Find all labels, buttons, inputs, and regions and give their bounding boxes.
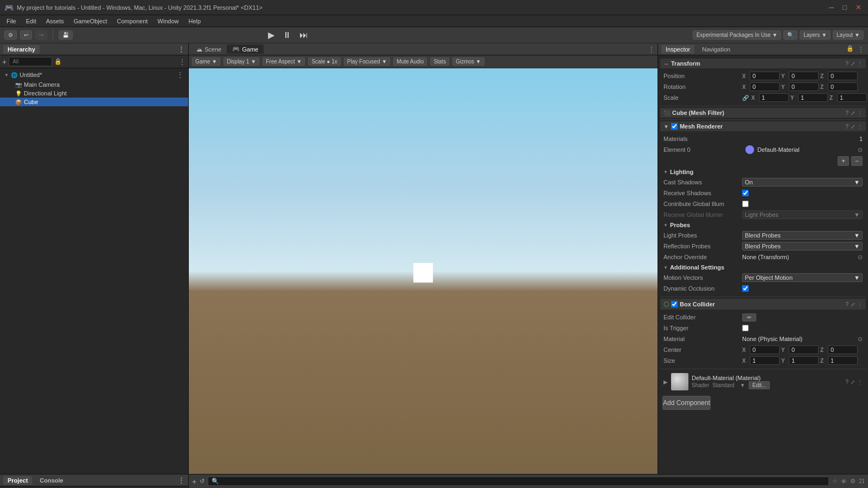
display-item[interactable]: Display 1 ▼	[224, 57, 259, 66]
material-expand[interactable]: ⤢	[851, 379, 855, 385]
center-z[interactable]	[828, 345, 858, 354]
proj-star-btn[interactable]: ☆	[832, 478, 838, 485]
hierarchy-item-main-camera[interactable]: 📷 Main Camera	[0, 80, 188, 89]
step-button[interactable]: ⏭	[296, 29, 311, 41]
box-collider-help[interactable]: ?	[845, 301, 848, 307]
element0-target[interactable]: ⊙	[858, 146, 863, 153]
proj-refresh-btn[interactable]: ↺	[200, 478, 205, 485]
light-probes-dropdown[interactable]: Blend Probes ▼	[742, 231, 863, 240]
mesh-renderer-header[interactable]: ▼ Mesh Renderer ? ⤢ ⋮	[660, 121, 866, 131]
rotation-y[interactable]	[789, 82, 819, 91]
material-help[interactable]: ?	[845, 379, 848, 385]
hierarchy-item-directional-light[interactable]: 💡 Directional Light	[0, 89, 188, 98]
transform-more[interactable]: ⋮	[857, 61, 863, 67]
proj-add-btn[interactable]: +	[192, 477, 196, 486]
menu-component[interactable]: Component	[112, 17, 152, 25]
menu-edit[interactable]: Edit	[22, 17, 41, 25]
box-collider-expand[interactable]: ⤢	[851, 301, 855, 307]
layout-btn[interactable]: Layout ▼	[833, 30, 864, 40]
size-y[interactable]	[789, 356, 819, 365]
play-button[interactable]: ▶	[265, 29, 278, 41]
navigation-tab[interactable]: Navigation	[698, 45, 735, 54]
mesh-renderer-enabled[interactable]	[671, 123, 678, 130]
proj-search-btn[interactable]: ⚙	[850, 478, 856, 485]
lighting-label[interactable]: ▼ Lighting	[660, 167, 866, 177]
scene-tab[interactable]: ⛰ Scene	[191, 45, 227, 54]
viewport-tabs-more[interactable]: ⋮	[648, 45, 655, 54]
aspect-item[interactable]: Free Aspect ▼	[263, 57, 305, 66]
box-collider-header[interactable]: ⬡ Box Collider ? ⤢ ⋮	[660, 299, 866, 310]
collider-material-target[interactable]: ⊙	[858, 336, 863, 343]
motion-vectors-dropdown[interactable]: Per Object Motion ▼	[742, 273, 863, 282]
receive-shadows-checkbox[interactable]	[742, 190, 749, 196]
gizmos-btn[interactable]: Gizmos ▼	[452, 57, 484, 66]
inspector-tab[interactable]: Inspector	[661, 45, 694, 54]
game-mode-item[interactable]: Game ▼	[192, 57, 220, 66]
menu-help[interactable]: Help	[184, 17, 205, 25]
scale-z[interactable]	[837, 93, 867, 102]
center-y[interactable]	[789, 345, 819, 354]
position-x[interactable]	[750, 72, 780, 80]
hierarchy-add-btn[interactable]: +	[2, 57, 7, 66]
anchor-override-target[interactable]: ⊙	[858, 254, 863, 261]
scale-y[interactable]	[798, 93, 828, 102]
maximize-button[interactable]: □	[840, 3, 849, 11]
rotation-x[interactable]	[750, 82, 780, 91]
hierarchy-item-untitled[interactable]: ▼ 🌐 Untitled* ⋮	[0, 69, 188, 80]
inspector-more[interactable]: ⋮	[857, 45, 865, 54]
position-z[interactable]	[828, 72, 858, 80]
add-material-btn[interactable]: +	[838, 156, 849, 166]
save-btn[interactable]: 💾	[59, 30, 73, 40]
cast-shadows-dropdown[interactable]: On ▼	[742, 178, 863, 187]
add-component-button[interactable]: Add Component	[662, 396, 711, 410]
probes-label[interactable]: ▼ Probes	[660, 220, 866, 230]
transform-expand[interactable]: ⤢	[851, 61, 855, 67]
material-more[interactable]: ⋮	[857, 379, 863, 385]
size-x[interactable]	[750, 356, 780, 365]
project-more[interactable]: ⋮	[177, 476, 185, 485]
material-edit-btn[interactable]: Edit...	[749, 381, 770, 389]
pause-button[interactable]: ⏸	[279, 29, 295, 41]
game-tab[interactable]: 🎮 Game	[227, 44, 264, 54]
menu-assets[interactable]: Assets	[42, 17, 68, 25]
mesh-renderer-expand[interactable]: ⤢	[851, 124, 855, 130]
minimize-button[interactable]: ─	[827, 3, 836, 11]
layers-btn[interactable]: Layers ▼	[800, 30, 831, 40]
is-trigger-checkbox[interactable]	[742, 325, 749, 331]
project-search-input[interactable]	[219, 478, 825, 484]
box-collider-more[interactable]: ⋮	[857, 301, 863, 307]
stats-btn[interactable]: Stats	[430, 57, 449, 66]
hierarchy-tab[interactable]: Hierarchy	[3, 45, 40, 54]
play-focused-item[interactable]: Play Focused ▼	[344, 57, 391, 66]
unity-logo-btn[interactable]: ⚙	[4, 30, 17, 40]
mesh-filter-more[interactable]: ⋮	[857, 110, 863, 116]
mesh-renderer-help[interactable]: ?	[845, 124, 848, 130]
mesh-filter-expand[interactable]: ⤢	[851, 110, 855, 116]
additional-settings-label[interactable]: ▼ Additional Settings	[660, 262, 866, 272]
dynamic-occlusion-checkbox[interactable]	[742, 285, 749, 292]
center-x[interactable]	[750, 345, 780, 354]
size-z[interactable]	[828, 356, 858, 365]
close-button[interactable]: ✕	[853, 3, 864, 11]
search-btn[interactable]: 🔍	[783, 30, 797, 40]
mesh-filter-header[interactable]: ⬛ Cube (Mesh Filter) ? ⤢ ⋮	[660, 108, 866, 118]
mute-audio-btn[interactable]: Mute Audio	[393, 57, 427, 66]
undo-btn[interactable]: ↩	[20, 30, 32, 40]
project-tab[interactable]: Project	[3, 476, 32, 485]
edit-collider-btn[interactable]: ✏	[742, 313, 756, 322]
redo-btn[interactable]: ↪	[35, 30, 47, 40]
mesh-filter-help[interactable]: ?	[845, 110, 848, 116]
transform-help[interactable]: ?	[845, 61, 848, 67]
transform-header[interactable]: ↔ Transform ? ⤢ ⋮	[660, 59, 866, 68]
mesh-renderer-more[interactable]: ⋮	[857, 124, 863, 130]
hierarchy-more[interactable]: ⋮	[178, 57, 186, 66]
position-y[interactable]	[789, 72, 819, 80]
reflection-probes-dropdown[interactable]: Blend Probes ▼	[742, 242, 863, 251]
box-collider-enabled[interactable]	[671, 301, 678, 307]
hierarchy-search[interactable]	[9, 57, 52, 66]
inspector-lock-icon[interactable]: 🔒	[846, 45, 854, 54]
console-tab[interactable]: Console	[35, 476, 67, 485]
menu-file[interactable]: File	[2, 17, 21, 25]
proj-eye-btn[interactable]: 👁	[841, 478, 847, 485]
rotation-z[interactable]	[828, 82, 858, 91]
